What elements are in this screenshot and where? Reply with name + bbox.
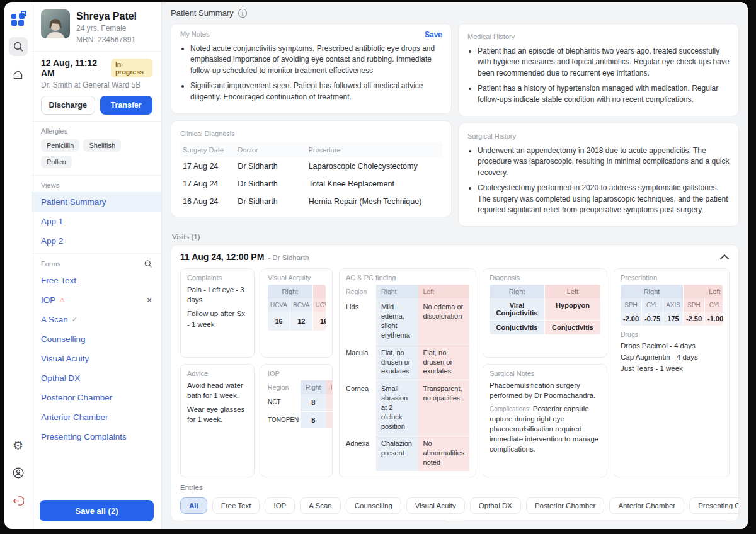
encounter-info: 12 Aug, 11:12 AM In-progress Dr. Smith a… <box>32 52 161 121</box>
patient-header: Shreya Patel 24 yrs, Female MRN: 2345678… <box>32 2 161 51</box>
warning-icon: ⚠ <box>59 297 65 304</box>
filter-chip-posterior-chamber[interactable]: Posterior Chamber <box>526 497 605 514</box>
iop-card: IOP Region Right Left NCT 8 14 TONOPEN 8… <box>261 364 333 477</box>
allergy-chip: Pollen <box>41 156 72 168</box>
allergies-list: Penicillin Shellfish Pollen <box>32 138 161 175</box>
sidebar-item-app2[interactable]: App 2 <box>32 231 161 251</box>
patient-avatar <box>41 9 70 38</box>
prescription-table: Right Left SPH CYL AXIS SPH CYL AXIS -2.… <box>621 285 723 326</box>
check-icon: ✓ <box>72 316 77 323</box>
sidebar-form-iop[interactable]: IOP ⚠ ✕ <box>32 290 161 310</box>
clinical-diagnosis-card: Clinical Diagnosis Surgery Date Doctor P… <box>171 120 452 217</box>
column-header: Doctor <box>235 142 306 157</box>
settings-gear-icon[interactable]: ⚙ <box>9 436 28 455</box>
sidebar-form-presenting-complaints[interactable]: Presenting Complaints <box>32 427 161 446</box>
visit-doctor: - Dr Sidharth <box>268 254 309 261</box>
table-row: 16 Aug 24Dr SidharthHernia Repair (Mesh … <box>180 193 442 210</box>
logo-icon <box>11 12 25 26</box>
entry-posterior-chamber: Posterior Chamber Dr Sidharth • 10:18 AM… <box>459 520 730 521</box>
filter-chip-free-text[interactable]: Free Text <box>212 497 260 514</box>
close-icon[interactable]: ✕ <box>146 296 152 305</box>
filter-chip-visual-acuity[interactable]: Visual Acuity <box>406 497 465 514</box>
column-header: Procedure <box>306 142 442 157</box>
table-row: 17 Aug 24Dr SidharthTotal Knee Replaceme… <box>180 175 442 193</box>
drugs-label: Drugs <box>621 331 723 338</box>
advice-label: Advice <box>187 370 248 377</box>
patient-mrn: MRN: 234567891 <box>76 35 137 45</box>
surgical-notes-label: Surgical Notes <box>490 370 600 377</box>
encounter-datetime: 12 Aug, 11:12 AM <box>41 58 106 78</box>
search-icon[interactable] <box>9 37 28 56</box>
notes-save-button[interactable]: Save <box>425 30 442 39</box>
clinical-diagnosis-label: Clinical Diagnosis <box>180 130 235 137</box>
my-notes-card: My Notes Save Noted acute conjunctivitis… <box>171 23 452 114</box>
patient-age-sex: 24 yrs, Female <box>76 23 137 33</box>
page-title: Patient Summary <box>171 8 234 18</box>
drug-line: Drops Pacimol - 4 days <box>621 341 723 352</box>
entry-free-text-1: Free Text Dr Sidharth • 11:27 AM ⋮ It is… <box>180 520 451 521</box>
sidebar-form-anterior-chamber[interactable]: Anterior Chamber <box>32 407 161 427</box>
complaints-label: Complaints <box>187 274 248 281</box>
save-all-button[interactable]: Save all (2) <box>40 500 154 521</box>
iop-label: IOP <box>268 370 326 377</box>
allergies-label: Allergies <box>32 122 161 138</box>
my-notes-label: My Notes <box>180 30 209 39</box>
acpc-finding-card: AC & PC finding Region Right Left Lids M… <box>339 268 476 477</box>
filter-chip-all[interactable]: All <box>180 497 207 514</box>
surgical-history-label: Surgical History <box>467 132 516 140</box>
app-logo-icon[interactable] <box>9 9 28 28</box>
logout-icon[interactable] <box>9 491 28 510</box>
filter-chip-presenting-complaints[interactable]: Presenting Complaints <box>689 497 739 514</box>
filter-chip-a-scan[interactable]: A Scan <box>300 497 340 514</box>
sidebar: Shreya Patel 24 yrs, Female MRN: 2345678… <box>32 2 162 529</box>
history-bullet: Cholecystectomy performed in 2020 to add… <box>478 183 730 215</box>
entries-filter-row: All Free Text IOP A Scan Counselling Vis… <box>180 497 730 514</box>
sidebar-form-counselling[interactable]: Counselling <box>32 329 161 349</box>
profile-icon[interactable] <box>9 463 28 482</box>
sidebar-form-free-text[interactable]: Free Text <box>32 271 161 290</box>
filter-chip-counselling[interactable]: Counselling <box>346 497 401 514</box>
complaints-card: Complaints Pain - Left eye - 3 days Foll… <box>180 268 255 358</box>
status-badge: In-progress <box>111 59 152 77</box>
views-label: Views <box>32 176 161 192</box>
diagnosis-label: Diagnosis <box>490 274 600 281</box>
visual-acuity-table: Right Left UCVA BCVA UCVA BCVA 16 12 16 … <box>268 285 326 331</box>
filter-chip-iop[interactable]: IOP <box>265 497 295 514</box>
visits-label: Visits (1) <box>171 227 739 244</box>
clinical-diagnosis-table: Surgery Date Doctor Procedure 17 Aug 24D… <box>180 142 442 210</box>
sidebar-item-patient-summary[interactable]: Patient Summary <box>32 192 161 212</box>
history-bullet: Patient had an episode of blepharitis tw… <box>478 46 730 79</box>
home-icon[interactable] <box>9 65 28 84</box>
visual-acuity-card: Visual Acquity Right Left UCVA BCVA UCVA… <box>261 268 333 358</box>
app-window: ⚙ Shreya Patel 24 yrs, Female MRN: 23456… <box>4 2 748 529</box>
patient-name: Shreya Patel <box>76 11 137 22</box>
allergy-chip: Shellfish <box>83 139 121 152</box>
discharge-button[interactable]: Discharge <box>41 96 95 115</box>
acpc-label: AC & PC finding <box>346 274 469 281</box>
surgical-history-card: Surgical History Underwent an appendecto… <box>458 123 739 227</box>
forms-search-icon[interactable] <box>144 259 152 268</box>
sidebar-item-app1[interactable]: App 1 <box>32 212 161 231</box>
sidebar-form-opthal-dx[interactable]: Opthal DX <box>32 368 161 388</box>
visit-datetime: 11 Aug 24, 12:00 PM <box>180 252 264 262</box>
icon-rail: ⚙ <box>4 2 32 529</box>
diagnosis-table: Right Left Viral Conjuctivitis Hypopyon … <box>490 285 600 334</box>
drug-line: Just Tears - 1 week <box>621 363 723 375</box>
chevron-up-icon[interactable] <box>719 254 730 260</box>
sidebar-form-a-scan[interactable]: A Scan ✓ <box>32 310 161 329</box>
entries-label: Entries <box>180 484 730 491</box>
info-icon[interactable]: ⓘ <box>238 9 247 18</box>
iop-table: Region Right Left NCT 8 14 TONOPEN 8 13 <box>268 380 326 429</box>
sidebar-form-visual-acuity[interactable]: Visual Acuity <box>32 349 161 368</box>
window-frame: ⚙ Shreya Patel 24 yrs, Female MRN: 23456… <box>0 0 756 534</box>
sidebar-form-posterior-chamber[interactable]: Posterior Chamber <box>32 388 161 407</box>
complications-label: Complications: <box>490 406 531 412</box>
advice-card: Advice Avoid head water bath for 1 week.… <box>180 364 255 477</box>
allergy-chip: Penicillin <box>41 139 79 152</box>
note-bullet: Significant improvement seen. Patient ha… <box>190 81 442 103</box>
prescription-label: Prescription <box>621 274 723 281</box>
surgical-notes-card: Surgical Notes Phacoemulsification surge… <box>483 364 607 477</box>
filter-chip-opthal-dx[interactable]: Opthal DX <box>470 497 521 514</box>
filter-chip-anterior-chamber[interactable]: Anterior Chamber <box>609 497 684 514</box>
transfer-button[interactable]: Transfer <box>100 96 153 115</box>
